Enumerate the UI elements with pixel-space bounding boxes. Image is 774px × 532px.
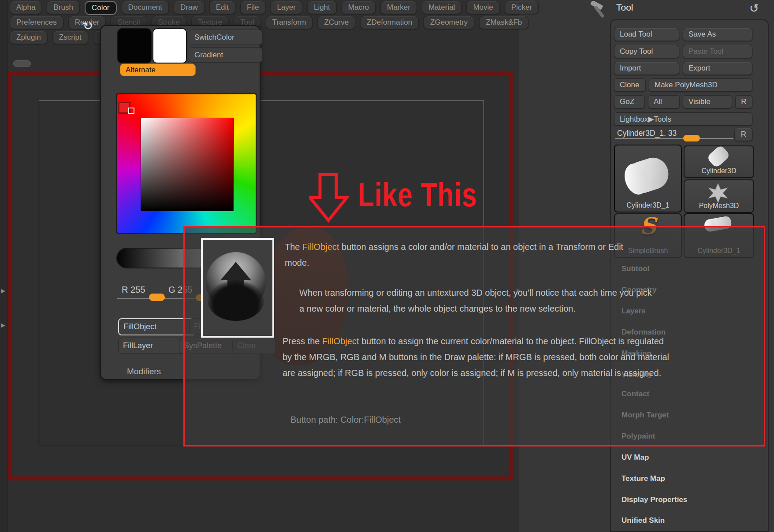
menu-zcurve[interactable]: ZCurve [317, 16, 355, 29]
copy-tool-button[interactable]: Copy Tool [614, 45, 679, 58]
tool-hammer-icon [589, 1, 610, 19]
sphere-shading [208, 280, 264, 321]
like-this-annotation: Like This [358, 175, 477, 214]
menu-draw[interactable]: Draw [174, 1, 205, 14]
tool-thumbnail-active[interactable]: Cylinder3D_1 [614, 145, 682, 212]
fill-layer-button[interactable]: FillLayer [118, 338, 185, 354]
tooltip-fillobject-link: FillObject [322, 336, 359, 346]
active-tool-slider-track[interactable] [615, 138, 733, 139]
tool-thumbnail-polymesh3d[interactable]: PolyMesh3D [684, 179, 754, 213]
alternate-button[interactable]: Alternate [120, 63, 196, 76]
saturation-value-square[interactable] [141, 118, 234, 211]
up-arrow-icon [220, 262, 251, 280]
star-icon [707, 183, 729, 203]
divider-handle[interactable] [13, 60, 31, 67]
tooltip-text: The [285, 242, 302, 252]
section-uv-map[interactable]: UV Map [621, 453, 649, 462]
left-tray-strip [0, 0, 7, 532]
save-as-button[interactable]: Save As [683, 28, 752, 41]
section-unified-skin[interactable]: Unified Skin [621, 516, 665, 525]
tool-thumbnail-cylinder3d[interactable]: Cylinder3D [684, 145, 754, 178]
menu-zdeformation[interactable]: ZDeformation [360, 16, 419, 29]
modifiers-label[interactable]: Modifiers [127, 367, 161, 376]
menu-picker[interactable]: Picker [505, 1, 539, 14]
visible-button[interactable]: Visible [683, 95, 732, 108]
menu-document[interactable]: Document [122, 1, 169, 14]
thumbnail-label: PolyMesh3D [685, 202, 753, 210]
menu-preferences[interactable]: Preferences [10, 16, 63, 29]
main-color-swatch[interactable] [118, 29, 151, 63]
left-tray-open-icon[interactable]: ▶ [1, 322, 5, 328]
fillobject-tooltip: The FillObject button assigns a color an… [183, 226, 765, 446]
menu-material[interactable]: Material [422, 1, 461, 14]
all-button[interactable]: All [648, 95, 680, 108]
tooltip-button-path: Button path: Color:FillObject [290, 412, 555, 428]
menu-file[interactable]: File [240, 1, 265, 14]
menu-transform[interactable]: Transform [266, 16, 313, 29]
thumbnail-label: Cylinder3D [685, 167, 753, 175]
tool-slider-r-button[interactable]: R [734, 128, 753, 141]
export-button[interactable]: Export [683, 62, 752, 75]
tooltip-fillobject-link: FillObject [302, 242, 339, 252]
menu-row-3: Zplugin Zscript ZT [10, 31, 115, 44]
menu-zplugin[interactable]: Zplugin [10, 31, 48, 44]
menu-color[interactable]: Color [85, 1, 117, 15]
menu-layer[interactable]: Layer [270, 1, 302, 14]
tooltip-text: Press the [283, 336, 322, 346]
menu-edit[interactable]: Edit [209, 1, 235, 14]
tool-reset-icon[interactable]: ↺ [749, 2, 759, 15]
section-display-properties[interactable]: Display Properties [621, 495, 687, 504]
material-sphere [206, 252, 266, 312]
secondary-color-swatch[interactable] [153, 29, 186, 63]
menu-zscript[interactable]: Zscript [52, 31, 88, 44]
clone-button[interactable]: Clone [614, 78, 646, 92]
menu-row-1: Alpha Brush Color Document Draw Edit Fil… [10, 1, 539, 15]
tooltip-paragraph-2: When transforming or editing an untextur… [299, 285, 652, 316]
menu-movie[interactable]: Movie [466, 1, 499, 14]
section-texture-map[interactable]: Texture Map [621, 474, 665, 483]
make-polymesh3d-button[interactable]: Make PolyMesh3D [649, 78, 752, 92]
menu-zmaskfb[interactable]: ZMask&Fb [479, 16, 528, 29]
active-tool-slider-handle[interactable] [683, 135, 700, 141]
paste-tool-button[interactable]: Paste Tool [683, 45, 752, 58]
load-tool-button[interactable]: Load Tool [614, 28, 679, 41]
active-tool-slider-label: Cylinder3D_1. 33 [617, 129, 677, 138]
menu-zgeometry[interactable]: ZGeometry [424, 16, 474, 29]
lightbox-tools-button[interactable]: Lightbox▶Tools [614, 112, 752, 126]
red-slider-label: R 255 [122, 285, 145, 295]
thumbnail-label: Cylinder3D_1 [615, 201, 681, 209]
down-arrow-annotation [309, 173, 349, 223]
color-picker-handle[interactable] [128, 108, 134, 114]
tool-panel-title: Tool [616, 2, 633, 13]
switch-color-button[interactable]: SwitchColor [189, 30, 263, 45]
red-slider-handle[interactable] [149, 294, 165, 301]
zbrush-window: ▶ ▶ ▶ Alpha Brush Color Document Draw Ed… [0, 0, 774, 532]
left-tray-open-icon[interactable]: ▶ [1, 287, 5, 294]
tooltip-paragraph-1: The FillObject button assigns a color an… [285, 239, 646, 271]
import-button[interactable]: Import [614, 62, 679, 75]
goz-button[interactable]: GoZ [614, 95, 645, 108]
menu-macro[interactable]: Macro [342, 1, 376, 14]
r-button[interactable]: R [735, 95, 752, 108]
tooltip-paragraph-3: Press the FillObject button to assign th… [283, 333, 670, 381]
menu-light[interactable]: Light [307, 1, 337, 14]
menu-brush[interactable]: Brush [47, 1, 79, 14]
menu-marker[interactable]: Marker [380, 1, 417, 14]
material-sphere-preview [201, 238, 274, 338]
menu-alpha[interactable]: Alpha [10, 1, 42, 14]
gradient-button[interactable]: Gradient [189, 47, 263, 63]
